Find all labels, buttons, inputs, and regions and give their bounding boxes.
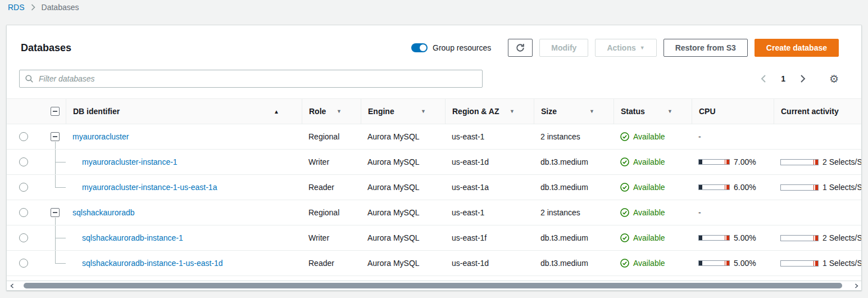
tree-line [55,162,66,162]
header-selection-column [7,99,40,124]
collapse-row-icon[interactable] [51,208,60,217]
role-cell: Writer [302,225,361,250]
cpu-value: 5.00% [734,259,756,268]
panel-header: Databases Group resources Modify Actions… [7,25,861,67]
available-check-icon [620,233,629,242]
cpu-cell: - [692,200,774,225]
activity-value: 2 Selects/S [822,233,861,242]
column-header-role[interactable]: Role ▼ [302,99,361,124]
modify-button[interactable]: Modify [539,39,588,57]
db-identifier-link[interactable]: sqlshackauroradb [72,208,135,217]
actions-button[interactable]: Actions ▼ [595,39,656,57]
cpu-meter [698,260,730,266]
preferences-gear-icon[interactable]: ⚙ [829,74,839,84]
col-label-current-activity: Current activity [781,107,839,116]
column-header-engine[interactable]: Engine ▼ [361,99,445,124]
refresh-icon [516,43,525,52]
engine-cell: Aurora MySQL [361,175,445,200]
table-row-cluster: sqlshackauroradb Regional Aurora MySQL u… [7,200,861,225]
chevron-down-icon: ▼ [640,46,645,51]
chevron-right-icon [800,75,806,83]
row-radio[interactable] [19,183,28,192]
expand-cell [40,124,66,149]
size-cell: db.t3.medium [534,251,613,276]
db-identifier-link[interactable]: sqlshackauroradb-instance-1 [82,233,183,242]
group-resources-toggle[interactable] [411,43,428,52]
status-text: Available [633,132,665,141]
column-header-region-az[interactable]: Region & AZ ▼ [445,99,534,124]
expand-cell [40,175,66,200]
table-row-instance: sqlshackauroradb-instance-1 Writer Auror… [7,225,861,251]
current-page-number[interactable]: 1 [781,74,785,83]
table-row-instance: myauroracluster-instance-1 Writer Aurora… [7,150,861,175]
available-check-icon [620,183,629,192]
filter-caret-icon[interactable]: ▼ [421,109,426,114]
table-row-instance: myauroracluster-instance-1-us-east-1a Re… [7,175,861,200]
databases-table: DB identifier ▲ Role ▼ Engine ▼ Region &… [7,98,861,281]
collapse-row-icon[interactable] [51,132,60,141]
cpu-value: 7.00% [734,157,756,166]
size-cell: 2 instances [534,124,613,149]
db-identifier-link[interactable]: sqlshackauroradb-instance-1-us-east-1d [82,259,223,268]
region-cell: us-east-1f [445,225,534,250]
row-radio[interactable] [19,157,28,166]
chevron-left-icon [10,283,14,288]
engine-cell: Aurora MySQL [361,225,445,250]
chevron-left-icon [761,75,766,83]
page-title: Databases [21,42,71,54]
activity-cell: 1 Selects/S [774,175,861,200]
restore-from-s3-button[interactable]: Restore from S3 [664,39,748,57]
col-label-cpu: CPU [699,107,716,116]
region-cell: us-east-1d [445,251,534,276]
row-radio[interactable] [19,132,28,141]
row-radio[interactable] [19,233,28,242]
db-identifier-link[interactable]: myauroracluster [72,132,129,141]
create-database-button[interactable]: Create database [755,39,839,57]
filter-caret-icon[interactable]: ▼ [510,109,515,114]
collapse-all-icon[interactable] [51,107,60,116]
role-cell: Regional [302,200,361,225]
status-text: Available [633,259,665,268]
column-header-status[interactable]: Status ▼ [613,99,692,124]
search-icon [25,74,34,83]
size-cell: db.t3.medium [534,175,613,200]
scrollbar-thumb[interactable] [24,283,842,288]
tree-line [55,175,56,187]
filter-caret-icon[interactable]: ▼ [589,109,594,114]
column-header-size[interactable]: Size ▼ [534,99,613,124]
size-cell: db.t3.medium [534,150,613,174]
role-cell: Reader [302,175,361,200]
scrollbar-track[interactable] [17,281,851,290]
column-header-db-identifier[interactable]: DB identifier ▲ [66,99,302,124]
filter-caret-icon[interactable]: ▼ [667,109,672,114]
filter-caret-icon[interactable]: ▼ [337,109,342,114]
row-radio[interactable] [19,208,28,217]
filter-databases-input[interactable] [19,70,483,88]
row-radio[interactable] [19,259,28,268]
header-expand-column [40,99,66,124]
available-check-icon [620,208,629,217]
status-cell: Available [613,200,692,225]
scroll-left-button[interactable] [7,281,17,290]
role-cell: Writer [302,150,361,174]
cpu-cell: 6.00% [692,175,774,200]
actions-label: Actions [607,43,635,52]
db-identifier-link[interactable]: myauroracluster-instance-1-us-east-1a [82,183,217,192]
cpu-meter [698,184,730,190]
refresh-button[interactable] [508,39,533,57]
role-cell: Regional [302,124,361,149]
db-identifier-link[interactable]: myauroracluster-instance-1 [82,157,178,166]
cpu-meter [698,235,730,241]
sort-ascending-icon[interactable]: ▲ [274,109,279,115]
region-cell: us-east-1 [445,200,534,225]
activity-meter [780,260,819,267]
scroll-right-button[interactable] [851,281,861,290]
tree-line [55,142,56,149]
breadcrumb-rds-link[interactable]: RDS [8,3,25,12]
chevron-right-icon [31,4,35,11]
previous-page-button[interactable] [760,74,767,84]
next-page-button[interactable] [799,74,807,84]
col-label-status: Status [621,107,645,116]
search-box [19,70,483,88]
cpu-meter [698,159,730,165]
